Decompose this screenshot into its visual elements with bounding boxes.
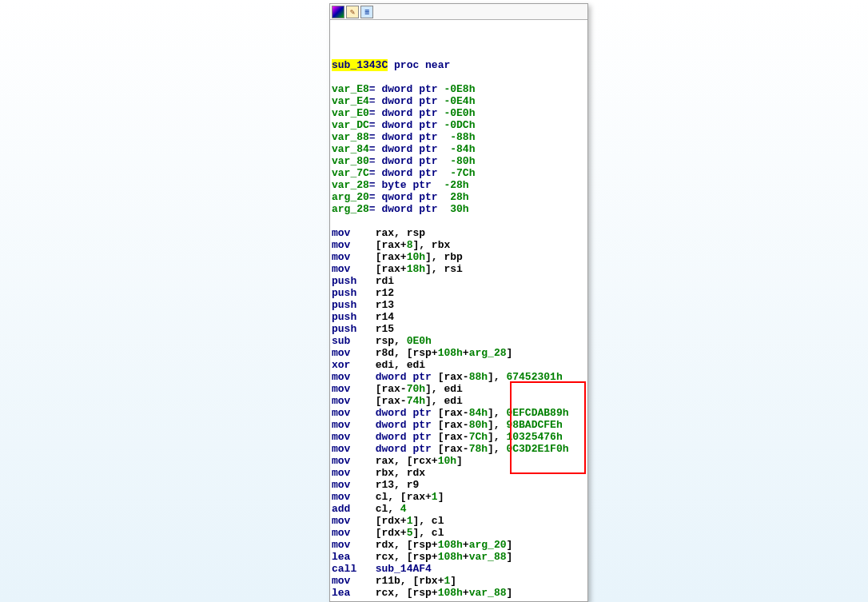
asm-line[interactable]: push rdi [332,275,587,287]
edit-icon[interactable]: ✎ [346,6,359,18]
proc-name[interactable]: sub_1343C [332,59,388,71]
asm-line[interactable]: mov dword ptr [rax-84h], 0EFCDAB89h [332,407,587,419]
asm-line[interactable]: mov [rdx+1], cl [332,515,587,527]
var-decl[interactable]: var_28= byte ptr -28h [332,179,587,191]
asm-line[interactable]: mov [rax+10h], rbp [332,251,587,263]
asm-line[interactable]: mov rax, rsp [332,227,587,239]
proc-header[interactable]: sub_1343C proc near [332,59,587,71]
var-decl[interactable]: var_80= dword ptr -80h [332,155,587,167]
var-decl[interactable]: var_DC= dword ptr -0DCh [332,119,587,131]
disassembly-node-panel: ✎ ≣ sub_1343C proc nearvar_E8= dword ptr… [329,3,588,602]
var-decl[interactable]: var_84= dword ptr -84h [332,143,587,155]
asm-line[interactable]: push r15 [332,323,587,335]
asm-line[interactable]: mov rax, [rcx+10h] [332,455,587,467]
asm-line[interactable]: lea rcx, [rsp+108h+var_88] [332,587,587,599]
var-decl[interactable]: var_E8= dword ptr -0E8h [332,83,587,95]
asm-line[interactable]: sub rsp, 0E0h [332,335,587,347]
asm-line[interactable]: mov dword ptr [rax-88h], 67452301h [332,371,587,383]
asm-line[interactable]: push r13 [332,299,587,311]
disassembly-code[interactable]: sub_1343C proc nearvar_E8= dword ptr -0E… [330,20,587,599]
var-decl[interactable]: var_E4= dword ptr -0E4h [332,95,587,107]
asm-line[interactable]: mov dword ptr [rax-7Ch], 10325476h [332,431,587,443]
asm-line[interactable]: mov rbx, rdx [332,467,587,479]
asm-line[interactable]: mov [rax-74h], edi [332,395,587,407]
asm-line[interactable]: mov [rax+18h], rsi [332,263,587,275]
asm-line[interactable]: mov r11b, [rbx+1] [332,575,587,587]
asm-line[interactable]: call sub_14AF4 [332,563,587,575]
asm-line[interactable]: add cl, 4 [332,503,587,515]
node-toolbar: ✎ ≣ [330,4,587,20]
asm-line[interactable]: mov dword ptr [rax-80h], 98BADCFEh [332,419,587,431]
asm-line[interactable]: mov [rax-70h], edi [332,383,587,395]
var-decl[interactable]: arg_28= dword ptr 30h [332,203,587,215]
asm-line[interactable]: mov cl, [rax+1] [332,491,587,503]
asm-line[interactable]: push r12 [332,287,587,299]
asm-line[interactable]: mov [rax+8], rbx [332,239,587,251]
asm-line[interactable]: xor edi, edi [332,359,587,371]
color-picker-icon[interactable] [332,6,344,18]
asm-line[interactable]: lea rcx, [rsp+108h+var_88] [332,551,587,563]
var-decl[interactable]: arg_20= qword ptr 28h [332,191,587,203]
var-decl[interactable]: var_E0= dword ptr -0E0h [332,107,587,119]
asm-line[interactable]: mov r13, r9 [332,479,587,491]
asm-line[interactable]: mov r8d, [rsp+108h+arg_28] [332,347,587,359]
asm-line[interactable]: push r14 [332,311,587,323]
asm-line[interactable]: mov rdx, [rsp+108h+arg_20] [332,539,587,551]
asm-line[interactable]: mov [rdx+5], cl [332,527,587,539]
var-decl[interactable]: var_88= dword ptr -88h [332,131,587,143]
var-decl[interactable]: var_7C= dword ptr -7Ch [332,167,587,179]
view-icon[interactable]: ≣ [360,6,373,18]
asm-line[interactable]: mov dword ptr [rax-78h], 0C3D2E1F0h [332,443,587,455]
